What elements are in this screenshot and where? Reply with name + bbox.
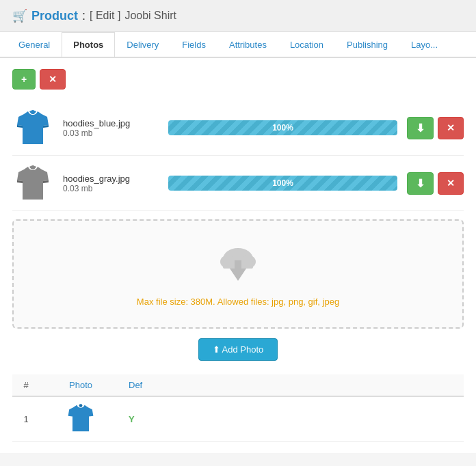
photo-actions-gray: ⬇ ✕ bbox=[407, 172, 464, 195]
product-name: Joobi Shirt bbox=[124, 10, 176, 22]
photo-size-blue: 0.03 mb bbox=[63, 128, 159, 138]
table-row: 1 Y bbox=[12, 396, 464, 442]
svg-point-1 bbox=[31, 165, 35, 169]
download-button-blue[interactable]: ⬇ bbox=[407, 117, 434, 139]
progress-bar-blue: 100% bbox=[168, 120, 397, 135]
col-header-default: Def bbox=[122, 374, 464, 396]
action-buttons-row: + ✕ bbox=[12, 69, 464, 90]
table-cell-num: 1 bbox=[12, 396, 40, 442]
svg-point-8 bbox=[79, 404, 83, 407]
title-separator: : bbox=[82, 9, 85, 23]
tab-photos[interactable]: Photos bbox=[62, 32, 115, 58]
tab-delivery[interactable]: Delivery bbox=[115, 32, 170, 57]
table-header-row: # Photo Def bbox=[12, 374, 464, 396]
product-label: Product bbox=[31, 9, 78, 23]
upload-dropzone[interactable]: Max file size: 380M. Allowed files: jpg,… bbox=[12, 219, 464, 329]
tab-attributes[interactable]: Attributes bbox=[217, 32, 278, 57]
photo-info-blue: hoodies_blue.jpg 0.03 mb bbox=[63, 118, 159, 138]
photo-filename-blue: hoodies_blue.jpg bbox=[63, 118, 159, 128]
content-area: + ✕ hoodies_blue.jpg 0.03 mb 100% ⬇ ✕ bbox=[0, 58, 476, 453]
cart-icon: 🛒 bbox=[12, 8, 27, 23]
tab-location[interactable]: Location bbox=[278, 32, 335, 57]
add-photo-button[interactable]: ⬆ Add Photo bbox=[198, 338, 278, 361]
svg-rect-7 bbox=[235, 260, 241, 271]
add-button[interactable]: + bbox=[12, 69, 36, 90]
photo-thumb-gray bbox=[12, 163, 53, 204]
tab-layout[interactable]: Layo... bbox=[399, 32, 449, 57]
progress-bar-gray: 100% bbox=[168, 176, 397, 191]
tab-fields[interactable]: Fields bbox=[170, 32, 217, 57]
tab-general[interactable]: General bbox=[7, 32, 62, 57]
col-header-photo: Photo bbox=[40, 374, 122, 396]
page-header: 🛒 Product : [ Edit ] Joobi Shirt bbox=[0, 0, 476, 32]
photo-size-gray: 0.03 mb bbox=[63, 184, 159, 193]
table-cell-default: Y bbox=[122, 396, 464, 442]
svg-point-0 bbox=[31, 110, 35, 114]
edit-label: [ Edit ] bbox=[90, 10, 120, 22]
remove-button[interactable]: ✕ bbox=[40, 69, 66, 90]
progress-fill-gray: 100% bbox=[168, 176, 397, 191]
delete-button-gray[interactable]: ✕ bbox=[438, 172, 464, 195]
progress-fill-blue: 100% bbox=[168, 120, 397, 135]
photo-filename-gray: hoodies_gray.jpg bbox=[63, 174, 159, 184]
photos-table: # Photo Def 1 Y bbox=[12, 374, 464, 442]
tab-publishing[interactable]: Publishing bbox=[335, 32, 399, 57]
upload-icon bbox=[27, 241, 449, 290]
download-button-gray[interactable]: ⬇ bbox=[407, 172, 434, 195]
delete-button-blue[interactable]: ✕ bbox=[438, 117, 464, 139]
photo-actions-blue: ⬇ ✕ bbox=[407, 117, 464, 139]
col-header-num: # bbox=[12, 374, 40, 396]
tabs-bar: General Photos Delivery Fields Attribute… bbox=[0, 32, 476, 58]
photo-row-blue: hoodies_blue.jpg 0.03 mb 100% ⬇ ✕ bbox=[12, 100, 464, 156]
photo-row-gray: hoodies_gray.jpg 0.03 mb 100% ⬇ ✕ bbox=[12, 156, 464, 211]
photo-thumb-blue bbox=[12, 107, 53, 148]
dropzone-text: Max file size: 380M. Allowed files: jpg,… bbox=[27, 297, 449, 307]
table-cell-photo bbox=[40, 396, 122, 442]
add-photo-wrap: ⬆ Add Photo bbox=[12, 338, 464, 361]
photo-info-gray: hoodies_gray.jpg 0.03 mb bbox=[63, 174, 159, 193]
